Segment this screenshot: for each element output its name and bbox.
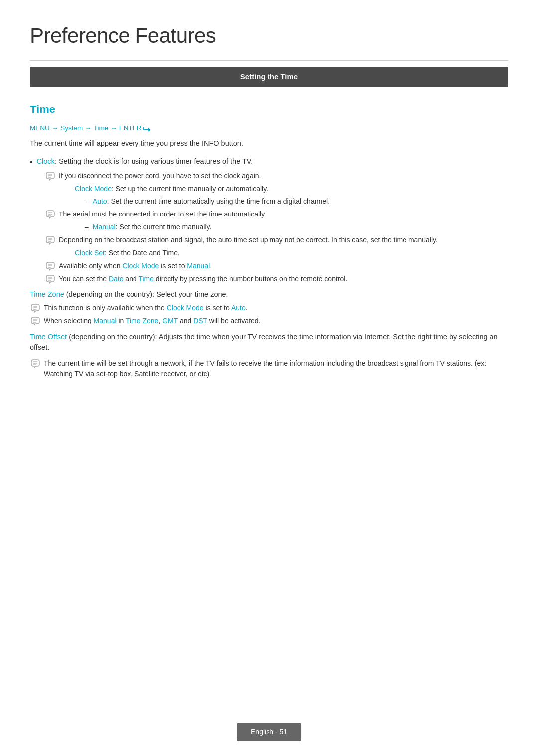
note-icon-6: [30, 303, 41, 313]
menu-path: MENU → System → Time → ENTER: [30, 123, 508, 133]
time-offset-line: Time Offset (depending on the country): …: [30, 332, 508, 354]
time-offset-label: Time Offset: [30, 333, 67, 341]
note3-text: Depending on the broadcast station and s…: [59, 235, 508, 245]
page-footer: English - 51: [237, 723, 301, 741]
note4-end: .: [210, 262, 212, 270]
note1-block: If you disconnect the power cord, you ha…: [45, 171, 508, 181]
page-title: Preference Features: [30, 20, 508, 51]
note5-before: You can set the: [59, 275, 109, 283]
note7-time-zone: Time Zone: [126, 317, 158, 324]
note7-comma: ,: [158, 317, 162, 324]
menu-label: MENU: [30, 123, 50, 133]
note7-manual: Manual: [94, 317, 117, 324]
dash1: –: [85, 196, 89, 207]
clock-mode-desc: : Set up the current time manually or au…: [112, 185, 268, 193]
manual-item: – Manual: Set the current time manually.: [85, 222, 508, 232]
clock-set-label: Clock Set: [75, 249, 105, 257]
note5-text: You can set the Date and Time directly b…: [59, 274, 508, 284]
note1-text: If you disconnect the power cord, you ha…: [59, 171, 508, 181]
arrow3: →: [110, 123, 117, 133]
note2-text: The aerial must be connected in order to…: [59, 209, 508, 219]
note-icon-7: [30, 316, 41, 326]
section-header: Setting the Time: [30, 67, 508, 87]
bullet-clock-text: Clock: Setting the clock is for using va…: [37, 156, 508, 167]
note5-and: and: [123, 275, 138, 283]
note6-block: This function is only available when the…: [30, 303, 508, 313]
enter-text: ENTER: [119, 124, 142, 132]
note5-time: Time: [138, 275, 154, 283]
note7-block: When selecting Manual in Time Zone, GMT …: [30, 316, 508, 326]
time-zone-line: Time Zone (depending on the country): Se…: [30, 289, 508, 300]
note7-in: in: [117, 317, 126, 324]
enter-icon: [143, 125, 152, 132]
manual-desc: : Set the current time manually.: [116, 223, 212, 231]
note2-block: The aerial must be connected in order to…: [45, 209, 508, 219]
auto-text: Auto: Set the current time automatically…: [93, 196, 330, 207]
note4-manual: Manual: [187, 262, 210, 270]
page-container: Preference Features Setting the Time Tim…: [0, 0, 538, 422]
manual-label: Manual: [93, 223, 116, 231]
clock-mode-item: Clock Mode: Set up the current time manu…: [75, 184, 508, 194]
note7-gmt: GMT: [162, 317, 178, 324]
note7-before: When selecting: [44, 317, 94, 324]
note4-block: Available only when Clock Mode is set to…: [45, 261, 508, 271]
note-icon-2: [45, 210, 56, 219]
note4-middle: is set to: [159, 262, 187, 270]
clock-mode-text: Clock Mode: Set up the current time manu…: [75, 184, 268, 194]
manual-text: Manual: Set the current time manually.: [93, 222, 212, 232]
note-icon-4: [45, 261, 56, 271]
note6-clock-mode: Clock Mode: [167, 304, 204, 312]
note3-block: Depending on the broadcast station and s…: [45, 235, 508, 245]
bottom-note-block: The current time will be set through a n…: [30, 358, 508, 379]
note6-end: .: [246, 304, 248, 312]
note4-clock-mode: Clock Mode: [122, 262, 159, 270]
enter-label: ENTER: [119, 123, 152, 133]
clock-set-text: : Set the Date and Time.: [105, 249, 180, 257]
bottom-note-text: The current time will be set through a n…: [44, 358, 508, 379]
auto-desc: : Set the current time automatically usi…: [107, 197, 330, 205]
dash2: –: [85, 222, 89, 232]
note7-and: and: [178, 317, 193, 324]
time-zone-label: Time Zone: [30, 290, 64, 298]
clock-label: Clock: [37, 157, 55, 165]
clock-text: : Setting the clock is for using various…: [55, 157, 253, 165]
note7-end: will be activated.: [207, 317, 261, 324]
intro-text: The current time will appear every time …: [30, 138, 508, 149]
note-icon-3: [45, 235, 56, 245]
note4-before: Available only when: [59, 262, 122, 270]
auto-item: – Auto: Set the current time automatical…: [85, 196, 508, 207]
title-divider: [30, 60, 508, 61]
section-title: Time: [30, 101, 508, 117]
auto-label: Auto: [93, 197, 107, 205]
time-offset-text: (depending on the country): Adjusts the …: [30, 333, 498, 352]
note7-dst: DST: [193, 317, 207, 324]
note5-end: directly by pressing the number buttons …: [154, 275, 347, 283]
note5-date: Date: [109, 275, 124, 283]
bullet-dot: •: [30, 157, 33, 168]
note6-middle: is set to: [204, 304, 231, 312]
time-zone-text: (depending on the country): Select your …: [64, 290, 228, 298]
clock-set-line: Clock Set: Set the Date and Time.: [75, 248, 508, 258]
note6-auto: Auto: [231, 304, 246, 312]
note-icon-5: [45, 274, 56, 284]
bullet-clock: • Clock: Setting the clock is for using …: [30, 156, 508, 168]
note4-text: Available only when Clock Mode is set to…: [59, 261, 508, 271]
system-label: System: [60, 123, 83, 133]
note7-text: When selecting Manual in Time Zone, GMT …: [44, 316, 508, 326]
note5-block: You can set the Date and Time directly b…: [45, 274, 508, 284]
note-icon-bottom: [30, 359, 41, 369]
note6-text: This function is only available when the…: [44, 303, 508, 313]
note6-before: This function is only available when the: [44, 304, 167, 312]
clock-mode-label: Clock Mode: [75, 185, 112, 193]
arrow1: →: [52, 123, 59, 133]
arrow2: →: [85, 123, 92, 133]
time-label: Time: [94, 123, 109, 133]
note-icon-1: [45, 171, 56, 181]
